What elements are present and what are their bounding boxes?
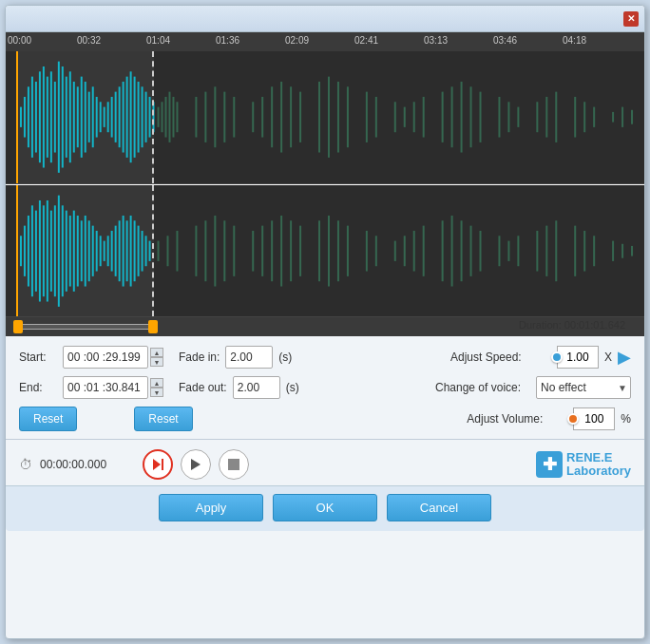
end-input[interactable] [63, 376, 148, 399]
svg-rect-146 [517, 236, 519, 266]
svg-rect-56 [347, 86, 349, 147]
svg-rect-78 [621, 107, 623, 127]
voice-group: Change of voice: No effect Male Female R… [435, 376, 631, 399]
svg-rect-39 [168, 92, 170, 142]
timeline-marker-7: 03:46 [493, 35, 517, 46]
end-group: End: ▲ ▼ [19, 376, 163, 399]
fade-out-group: Fade out: (s) [179, 376, 299, 399]
voice-select[interactable]: No effect Male Female Robot [536, 376, 631, 399]
fade-out-input[interactable] [233, 376, 280, 399]
start-spin-down[interactable]: ▼ [150, 357, 163, 367]
reset-buttons: Reset Reset [19, 407, 193, 431]
svg-rect-118 [195, 225, 197, 275]
svg-rect-51 [290, 86, 292, 147]
svg-rect-151 [583, 230, 585, 271]
svg-rect-38 [165, 97, 167, 138]
scrubber-handle-left[interactable] [13, 320, 23, 333]
scrubber-handle-right[interactable] [148, 320, 158, 333]
cancel-button[interactable]: Cancel [387, 494, 491, 521]
svg-marker-156 [153, 459, 161, 470]
end-label: End: [19, 381, 57, 394]
svg-rect-148 [545, 225, 547, 275]
svg-rect-59 [394, 102, 396, 132]
svg-rect-48 [261, 97, 263, 138]
end-spin-down[interactable]: ▼ [150, 388, 163, 397]
svg-rect-154 [621, 243, 623, 257]
svg-rect-71 [536, 102, 538, 132]
svg-rect-43 [204, 92, 206, 142]
reset-button-2[interactable]: Reset [134, 407, 192, 431]
svg-rect-72 [545, 97, 547, 138]
ok-button[interactable]: OK [273, 494, 377, 521]
svg-marker-158 [191, 459, 201, 470]
export-icon [151, 458, 164, 471]
svg-rect-69 [507, 102, 509, 132]
svg-rect-40 [172, 97, 174, 138]
svg-rect-61 [413, 102, 415, 132]
speed-slider-thumb[interactable] [551, 351, 563, 363]
controls-row-1: Start: ▲ ▼ Fade in: (s) Adjust Speed: [19, 346, 631, 369]
speed-label: Adjust Speed: [450, 350, 545, 364]
playhead-top [16, 51, 18, 183]
start-label: Start: [19, 350, 57, 364]
logo-text: RENE.E Laboratory [566, 451, 631, 479]
svg-rect-66 [470, 86, 472, 147]
scrubber-bar[interactable]: Duration: 00:01:01.642 [6, 317, 644, 336]
svg-rect-36 [158, 107, 160, 127]
svg-rect-45 [223, 92, 225, 142]
start-spin: ▲ ▼ [150, 348, 163, 367]
fade-out-unit: (s) [286, 381, 299, 394]
volume-input[interactable] [573, 407, 615, 430]
svg-rect-136 [404, 236, 406, 266]
svg-rect-132 [347, 225, 349, 275]
svg-rect-127 [290, 220, 292, 281]
track-top[interactable] [6, 51, 644, 184]
fade-in-input[interactable] [225, 346, 273, 369]
svg-rect-54 [328, 77, 330, 158]
svg-rect-143 [480, 230, 482, 271]
controls-area: Start: ▲ ▼ Fade in: (s) Adjust Speed: [6, 336, 644, 439]
stop-icon [228, 459, 239, 470]
speed-play-icon[interactable]: ▶ [618, 347, 631, 368]
svg-rect-52 [299, 92, 301, 142]
svg-rect-145 [507, 240, 509, 260]
svg-rect-147 [536, 230, 538, 271]
speed-input[interactable] [557, 346, 599, 369]
svg-rect-58 [375, 97, 377, 138]
timeline: 00:00 00:32 01:04 01:36 02:09 02:41 03:1… [6, 32, 644, 51]
timeline-marker-6: 03:13 [424, 35, 448, 46]
scrubber-range [16, 324, 154, 330]
play-button[interactable] [181, 449, 211, 480]
svg-rect-74 [574, 97, 576, 138]
timeline-marker-1: 00:32 [77, 35, 101, 46]
stop-button[interactable] [219, 449, 249, 480]
close-button[interactable]: ✕ [623, 11, 639, 27]
svg-rect-119 [204, 220, 206, 281]
svg-rect-139 [442, 220, 444, 281]
track-container[interactable] [6, 51, 644, 317]
fade-in-unit: (s) [278, 350, 292, 364]
svg-rect-131 [337, 220, 339, 281]
timeline-marker-4: 02:09 [285, 35, 309, 46]
svg-rect-153 [612, 240, 614, 260]
export-button[interactable] [143, 449, 173, 480]
svg-rect-68 [498, 97, 500, 138]
svg-rect-49 [271, 86, 273, 147]
end-spin-up[interactable]: ▲ [150, 378, 163, 388]
svg-rect-57 [366, 92, 368, 142]
track-bottom[interactable] [6, 185, 644, 318]
svg-rect-149 [555, 220, 557, 281]
logo-area: ✚ RENE.E Laboratory [536, 451, 631, 479]
start-input[interactable] [63, 346, 148, 369]
time-display: 00:00:00.000 [40, 458, 135, 471]
svg-rect-137 [413, 230, 415, 271]
svg-rect-152 [593, 236, 595, 266]
reset-button-1[interactable]: Reset [19, 407, 77, 431]
svg-rect-120 [214, 215, 216, 286]
apply-button[interactable]: Apply [159, 494, 263, 521]
start-spin-up[interactable]: ▲ [150, 348, 163, 357]
svg-rect-65 [461, 82, 463, 153]
svg-rect-73 [555, 92, 557, 142]
play-icon [190, 459, 201, 470]
svg-rect-117 [176, 230, 178, 271]
